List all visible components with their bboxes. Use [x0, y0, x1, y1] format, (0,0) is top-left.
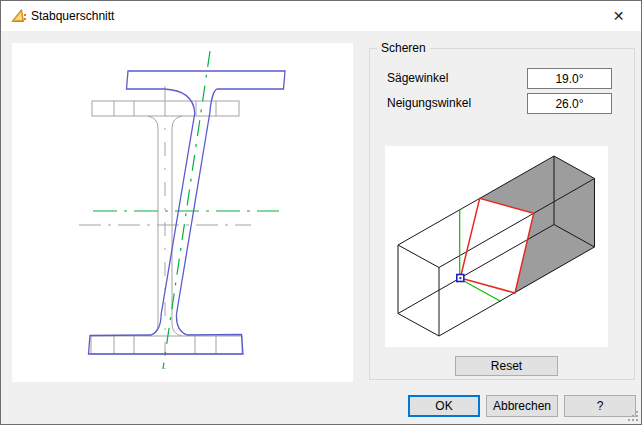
ok-button[interactable]: OK	[408, 395, 480, 417]
saegewinkel-input[interactable]	[527, 68, 612, 89]
neigungswinkel-input[interactable]	[527, 93, 612, 114]
close-icon: ✕	[613, 8, 625, 24]
scheren-groupbox: Scheren Sägewinkel Neigungswinkel	[369, 48, 635, 380]
cancel-button[interactable]: Abbrechen	[486, 395, 558, 417]
stabquerschnitt-dialog: Stabquerschnitt ✕	[0, 0, 642, 425]
cross-section-preview	[12, 43, 353, 382]
shear-3d-preview	[385, 146, 608, 347]
title-bar: Stabquerschnitt ✕	[1, 1, 641, 31]
close-button[interactable]: ✕	[596, 1, 641, 31]
window-title: Stabquerschnitt	[31, 1, 114, 31]
groupbox-legend: Scheren	[377, 41, 430, 55]
dialog-body: Scheren Sägewinkel Neigungswinkel	[1, 31, 641, 424]
app-icon	[10, 8, 26, 24]
reset-button[interactable]: Reset	[455, 356, 558, 376]
saegewinkel-label: Sägewinkel	[387, 68, 448, 89]
resize-grip[interactable]	[628, 411, 639, 422]
help-button[interactable]: ?	[564, 395, 636, 417]
profile-drawing-icon	[12, 43, 353, 382]
neigungswinkel-label: Neigungswinkel	[387, 93, 471, 114]
shear-3d-drawing-icon	[385, 146, 608, 347]
